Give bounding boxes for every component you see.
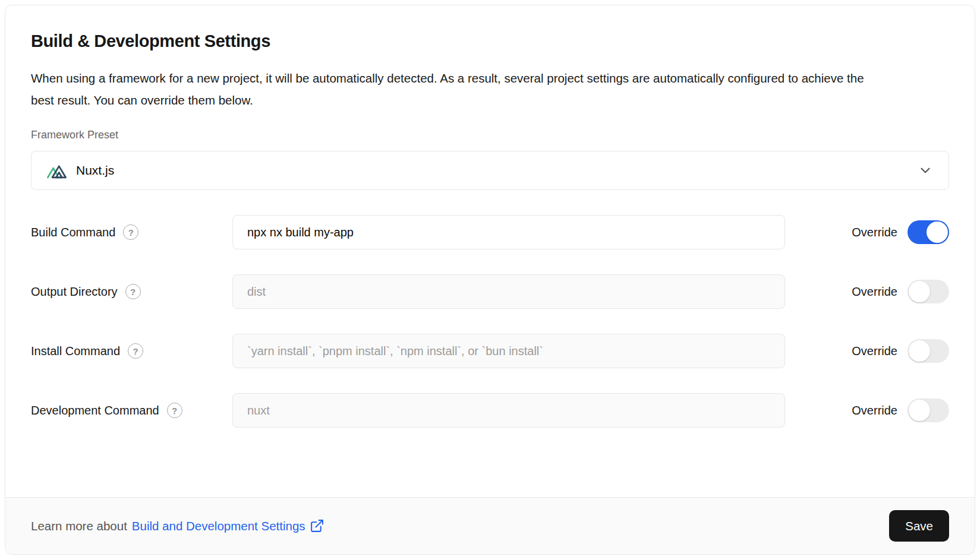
override-label: Override bbox=[852, 404, 897, 417]
setting-input bbox=[232, 334, 785, 368]
toggle-knob bbox=[909, 281, 930, 302]
setting-label-group: Install Command ? bbox=[31, 343, 232, 359]
setting-label: Install Command bbox=[31, 344, 120, 358]
learn-more-link-label: Build and Development Settings bbox=[132, 519, 305, 533]
setting-label-group: Development Command ? bbox=[31, 403, 232, 418]
framework-preset-label: Framework Preset bbox=[31, 128, 949, 141]
learn-more-text: Learn more about Build and Development S… bbox=[31, 518, 324, 533]
save-button[interactable]: Save bbox=[889, 510, 949, 542]
setting-input bbox=[232, 393, 785, 428]
build-settings-card: Build & Development Settings When using … bbox=[5, 5, 975, 555]
help-icon[interactable]: ? bbox=[167, 403, 182, 418]
override-group: Override bbox=[852, 220, 949, 244]
override-label: Override bbox=[852, 285, 897, 299]
setting-label: Build Command bbox=[31, 226, 115, 239]
help-icon[interactable]: ? bbox=[123, 224, 138, 240]
setting-label-group: Output Directory ? bbox=[31, 284, 232, 299]
nuxt-logo-icon bbox=[46, 162, 68, 179]
chevron-down-icon bbox=[918, 163, 933, 178]
learn-more-prefix: Learn more about bbox=[31, 519, 127, 533]
setting-row: Install Command ? Override bbox=[31, 334, 949, 368]
override-label: Override bbox=[852, 344, 897, 358]
setting-label: Output Directory bbox=[31, 285, 118, 299]
setting-row: Output Directory ? Override bbox=[31, 274, 949, 309]
settings-rows: Build Command ? Override Output Director… bbox=[31, 215, 949, 428]
settings-description: When using a framework for a new project… bbox=[31, 67, 870, 111]
override-toggle[interactable] bbox=[907, 220, 949, 244]
card-footer: Learn more about Build and Development S… bbox=[5, 497, 975, 554]
toggle-knob bbox=[909, 340, 930, 362]
page-title: Build & Development Settings bbox=[31, 30, 949, 52]
framework-preset-select[interactable]: Nuxt.js bbox=[31, 151, 949, 190]
override-group: Override bbox=[852, 339, 949, 363]
help-icon[interactable]: ? bbox=[128, 343, 143, 359]
external-link-icon bbox=[310, 518, 324, 533]
setting-input[interactable] bbox=[232, 215, 785, 249]
setting-row: Build Command ? Override bbox=[31, 215, 949, 249]
override-toggle[interactable] bbox=[907, 280, 949, 303]
setting-input bbox=[232, 274, 785, 309]
framework-preset-value: Nuxt.js bbox=[76, 163, 114, 178]
setting-label: Development Command bbox=[31, 404, 159, 417]
override-toggle[interactable] bbox=[907, 339, 949, 363]
override-toggle[interactable] bbox=[907, 398, 949, 422]
toggle-knob bbox=[927, 222, 948, 243]
override-group: Override bbox=[852, 280, 949, 303]
card-body: Build & Development Settings When using … bbox=[5, 5, 975, 497]
help-icon[interactable]: ? bbox=[125, 284, 141, 299]
override-label: Override bbox=[852, 226, 897, 239]
learn-more-link[interactable]: Build and Development Settings bbox=[132, 518, 324, 533]
toggle-knob bbox=[909, 400, 930, 421]
setting-label-group: Build Command ? bbox=[31, 224, 232, 240]
setting-row: Development Command ? Override bbox=[31, 393, 949, 428]
override-group: Override bbox=[852, 398, 949, 422]
